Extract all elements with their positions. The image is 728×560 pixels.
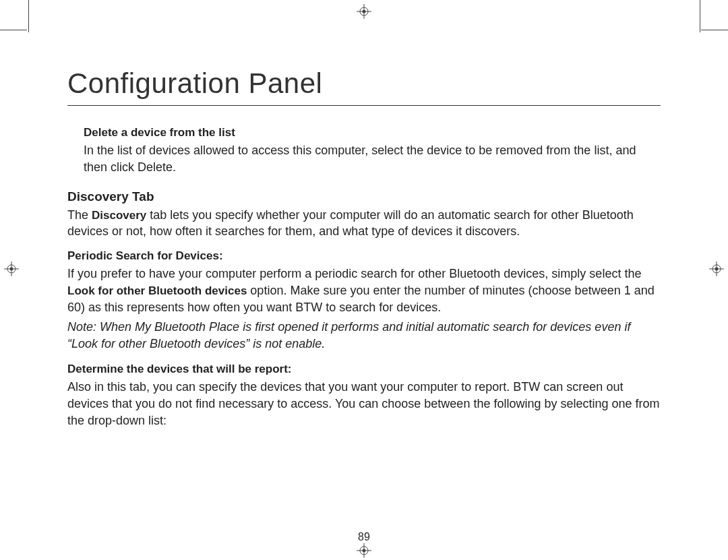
page-title: Configuration Panel — [67, 67, 661, 100]
content-block: Configuration Panel Delete a device from… — [67, 67, 661, 439]
crop-line — [700, 0, 700, 32]
paragraph: In the list of devices allowed to access… — [84, 142, 661, 176]
text: If you prefer to have your computer perf… — [67, 267, 641, 280]
paragraph: The Discovery tab lets you specify wheth… — [67, 207, 661, 241]
page-number: 89 — [0, 531, 728, 543]
title-rule — [67, 105, 661, 106]
crop-line — [701, 30, 728, 30]
subheading-delete: Delete a device from the list — [84, 126, 661, 139]
registration-mark-icon — [4, 261, 19, 276]
registration-mark-icon — [357, 543, 371, 558]
crop-line — [28, 0, 29, 32]
section-delete: Delete a device from the list In the lis… — [84, 126, 661, 176]
registration-mark-icon — [357, 4, 371, 19]
text: tab lets you specify whether your comput… — [67, 208, 634, 239]
text: The — [67, 208, 92, 222]
paragraph: Also in this tab, you can specify the de… — [67, 379, 661, 429]
registration-mark-icon — [709, 261, 724, 276]
heading-discovery: Discovery Tab — [67, 189, 661, 204]
document-page: Configuration Panel Delete a device from… — [0, 0, 728, 560]
paragraph: If you prefer to have your computer perf… — [67, 266, 661, 315]
subheading-periodic: Periodic Search for Devices: — [67, 249, 661, 263]
note-paragraph: Note: When My Bluetooth Place is first o… — [67, 319, 661, 352]
subheading-determine: Determine the devices that will be repor… — [67, 363, 661, 376]
bold-text: Discovery — [92, 209, 146, 222]
bold-text: Look for other Bluetooth devices — [67, 284, 247, 297]
crop-line — [0, 30, 27, 30]
